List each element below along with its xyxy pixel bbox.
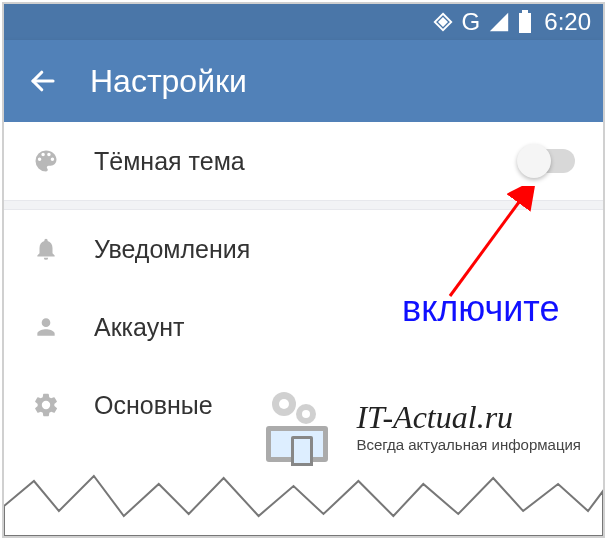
setting-item-general[interactable]: Основные	[4, 366, 603, 444]
status-bar: G 6:20	[4, 4, 603, 40]
setting-item-notifications[interactable]: Уведомления	[4, 210, 603, 288]
gear-icon	[32, 391, 60, 419]
svg-rect-2	[522, 10, 528, 13]
palette-icon	[32, 147, 60, 175]
svg-rect-3	[519, 13, 531, 33]
page-title: Настройки	[90, 63, 247, 100]
toggle-knob	[517, 144, 551, 178]
app-bar: Настройки	[4, 40, 603, 122]
clock-time: 6:20	[544, 8, 591, 36]
battery-icon	[518, 10, 532, 34]
person-icon	[32, 314, 60, 340]
vpn-key-icon	[432, 11, 454, 33]
dark-theme-toggle[interactable]	[519, 149, 575, 173]
svg-marker-1	[439, 18, 446, 25]
section-divider	[4, 200, 603, 210]
setting-item-account[interactable]: Аккаунт	[4, 288, 603, 366]
setting-label: Уведомления	[94, 235, 575, 264]
back-arrow-icon[interactable]	[28, 66, 58, 96]
setting-label: Аккаунт	[94, 313, 575, 342]
network-type-label: G	[462, 8, 481, 36]
settings-list: Тёмная тема Уведомления Аккаунт	[4, 122, 603, 444]
signal-icon	[488, 11, 510, 33]
setting-item-dark-theme[interactable]: Тёмная тема	[4, 122, 603, 200]
setting-label: Тёмная тема	[94, 147, 485, 176]
bell-icon	[32, 236, 60, 262]
setting-label: Основные	[94, 391, 575, 420]
torn-edge-decoration	[4, 466, 603, 536]
